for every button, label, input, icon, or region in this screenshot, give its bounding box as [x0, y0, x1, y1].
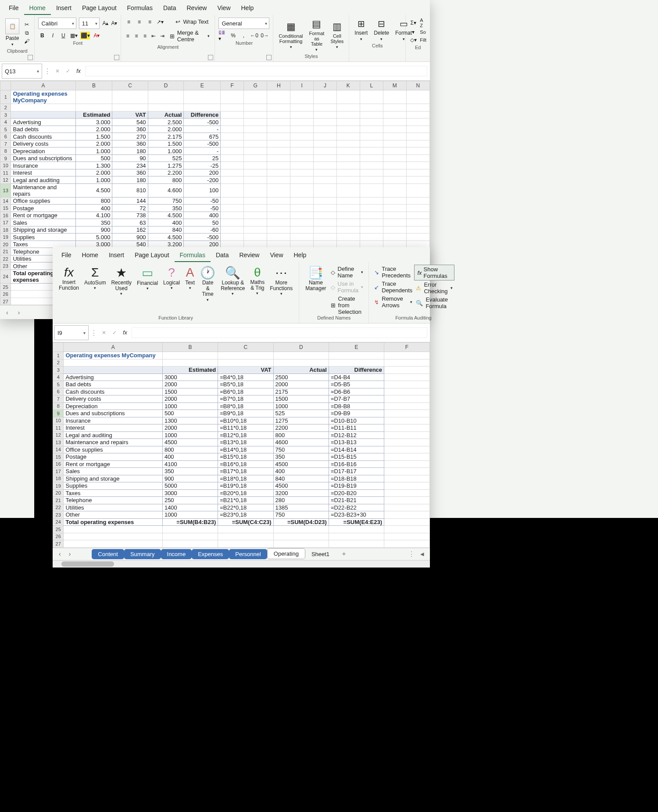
create-from-selection-button[interactable]: ⊞Create from Selection [329, 295, 365, 316]
cell[interactable]: 840 [148, 226, 184, 234]
cell[interactable] [314, 234, 337, 241]
cancel-formula-icon[interactable]: ✕ [54, 67, 61, 75]
cell[interactable] [218, 526, 273, 533]
cell[interactable]: =B20*0,18 [218, 489, 273, 497]
cell[interactable]: 1.000 [75, 176, 112, 184]
more-functions-button[interactable]: ⋯More Functions▾ [267, 265, 295, 322]
cell[interactable]: 162 [112, 226, 148, 234]
cell[interactable]: 3000 [162, 489, 218, 497]
cell[interactable] [244, 154, 267, 162]
cell[interactable] [384, 533, 430, 540]
cell[interactable]: Office supplies [11, 197, 75, 205]
evaluate-formula-button[interactable]: 🔍Evaluate Formula [414, 295, 454, 310]
enter-formula-icon[interactable]: ✓ [111, 329, 118, 337]
cell[interactable]: 900 [75, 226, 112, 234]
cell[interactable]: Cash discounts [64, 388, 162, 395]
cell[interactable]: 4.500 [148, 212, 184, 219]
date-time-button[interactable]: 🕐Date & Time▾ [197, 265, 218, 322]
cell[interactable] [336, 212, 360, 219]
cell[interactable] [162, 540, 218, 548]
cell[interactable]: Supplies [11, 234, 75, 241]
header-cell[interactable]: Estimated [162, 366, 218, 374]
cell[interactable]: 360 [112, 169, 148, 176]
cell[interactable]: Dues and subscriptions [11, 154, 75, 162]
cell[interactable]: -60 [184, 226, 221, 234]
font-size-select[interactable]: 11 [79, 18, 100, 29]
row-header[interactable]: 23 [0, 262, 11, 270]
text-button[interactable]: AText▾ [182, 265, 197, 322]
cell[interactable]: =D22-B22 [329, 504, 384, 511]
cell[interactable]: 350 [75, 219, 112, 226]
cell[interactable]: 2.000 [148, 126, 184, 133]
cell[interactable]: 1000 [162, 402, 218, 410]
cell[interactable] [64, 526, 162, 533]
cell[interactable]: 900 [112, 234, 148, 241]
cell[interactable] [360, 133, 383, 140]
title-cell[interactable]: Operating expenses MyCompany [64, 352, 162, 359]
cell[interactable] [383, 162, 406, 169]
cell[interactable]: 738 [112, 212, 148, 219]
cell[interactable] [329, 540, 384, 548]
col-header-H[interactable]: H [267, 81, 290, 90]
cell[interactable] [267, 234, 290, 241]
cell[interactable] [360, 154, 383, 162]
cell[interactable]: 1000 [162, 431, 218, 439]
cell[interactable] [221, 234, 244, 241]
cell[interactable]: 90 [112, 154, 148, 162]
cell[interactable] [244, 226, 267, 234]
row-header[interactable]: 7 [0, 140, 11, 147]
cell[interactable] [384, 475, 430, 482]
fx-icon[interactable]: fx [75, 67, 82, 75]
cell[interactable]: 810 [112, 183, 148, 197]
cell[interactable]: 5.000 [75, 234, 112, 241]
row-header[interactable]: 19 [0, 234, 11, 241]
cell[interactable]: -500 [184, 234, 221, 241]
cell[interactable]: =B23*0,18 [218, 511, 273, 519]
cell[interactable]: Office supplies [64, 446, 162, 453]
fill-color-button[interactable]: ⬛▾ [80, 32, 90, 40]
cell[interactable] [184, 104, 221, 111]
cell[interactable]: =B22*0,18 [218, 504, 273, 511]
cut-button[interactable]: ✂ [23, 21, 31, 29]
cell[interactable]: 2.000 [75, 140, 112, 147]
cell[interactable]: Delivery costs [11, 140, 75, 147]
cell[interactable] [383, 176, 406, 184]
row-header[interactable]: 20 [53, 489, 64, 497]
row-header[interactable]: 22 [0, 255, 11, 262]
col-header-M[interactable]: M [383, 81, 406, 90]
cell[interactable]: =B9*0,18 [218, 410, 273, 417]
ribbon-tab-insert[interactable]: Insert [51, 2, 77, 15]
row-header[interactable]: 2 [53, 359, 64, 366]
cell[interactable] [221, 176, 244, 184]
insert-function-button[interactable]: fxInsert Function [56, 265, 82, 322]
cell[interactable] [267, 147, 290, 155]
cell[interactable] [244, 176, 267, 184]
cell[interactable]: Telephone [64, 497, 162, 504]
cell[interactable]: =D14-B14 [329, 446, 384, 453]
cell[interactable] [384, 518, 430, 526]
spreadsheet-grid-w2[interactable]: ABCDEF1Operating expenses MyCompany23Est… [53, 342, 430, 548]
cell[interactable] [384, 540, 430, 548]
row-header[interactable]: 2 [0, 104, 11, 111]
cell[interactable]: =B8*0,18 [218, 402, 273, 410]
sheet-tab-operating[interactable]: Operating [267, 548, 305, 559]
cell[interactable] [383, 212, 406, 219]
cell[interactable] [290, 197, 314, 205]
cell[interactable]: Utilities [64, 504, 162, 511]
font-name-select[interactable]: Calibri [38, 18, 76, 29]
fill-icon[interactable]: ▾ [409, 28, 417, 36]
col-header-C[interactable]: C [218, 343, 273, 352]
cell[interactable]: 750 [148, 197, 184, 205]
cell[interactable] [383, 140, 406, 147]
alignment-dialog-launcher[interactable] [208, 55, 213, 60]
row-header[interactable]: 24 [0, 269, 11, 283]
col-header-A[interactable]: A [11, 81, 75, 90]
cell[interactable] [336, 176, 360, 184]
cell[interactable]: 4500 [162, 439, 218, 446]
cell[interactable]: 4500 [273, 460, 329, 468]
align-middle-icon[interactable]: ≡ [135, 18, 143, 26]
cell[interactable] [267, 104, 290, 111]
cell[interactable] [336, 234, 360, 241]
ribbon-tab-page-layout[interactable]: Page Layout [129, 249, 175, 262]
cell[interactable] [406, 162, 429, 169]
